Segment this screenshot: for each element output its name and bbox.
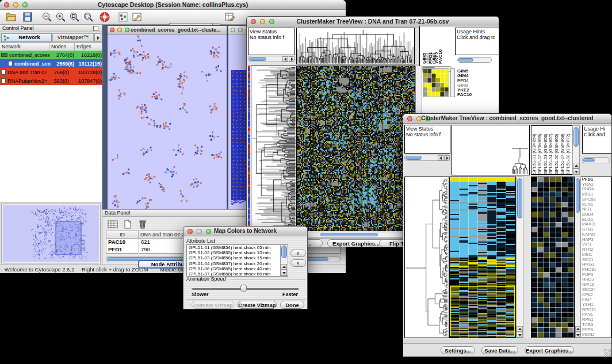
col-nodes[interactable]: Nodes [49,43,75,51]
float-panel-icon[interactable] [93,26,98,31]
tab-vizmapper[interactable]: VizMapper™ [52,33,94,42]
tv2-column-tree[interactable] [452,125,530,175]
tab-overflow-button[interactable] [94,33,101,42]
save-icon[interactable] [22,12,33,22]
tv1-heatmap[interactable] [297,66,415,231]
search-options-icon[interactable] [224,12,236,22]
zoom-fit-icon[interactable] [69,12,81,22]
attribute-item[interactable]: GPL51-03 (GSM856) heat shock 15 min [187,255,280,260]
attribute-item[interactable]: GPL51-01 (GSM854) heat shock 05 min [187,245,280,250]
tv1-hints-scroll-thumb[interactable] [458,58,473,62]
tv2-export-graphics-button[interactable]: Export Graphics... [525,346,574,354]
tv2-status-scroll-left[interactable] [438,155,443,160]
net2-close-button[interactable] [231,28,235,32]
tv2-settings-button[interactable]: Settings... [441,346,475,354]
network-edges: 16218(0) [81,52,102,58]
tv2-genes-scroll-down[interactable] [575,332,580,338]
tv2-hints-scrollbar[interactable] [582,157,610,163]
tv1-export-graphics-button[interactable]: Export Graphics... [327,239,385,247]
tv2-labels-scroll-up[interactable] [573,163,579,168]
attribute-item[interactable]: GPL51-02 (GSM855) heat shock 10 min [187,250,280,255]
tv2-genes-scroll-up[interactable] [575,326,580,332]
tv1-status-scroll-thumb[interactable] [249,57,266,61]
tv1-mini-scrollbar[interactable] [450,68,455,97]
tv2-labels-vscrollbar[interactable] [572,125,580,175]
tv2-genes-vscrollbar[interactable] [575,177,581,338]
net-zoom-button[interactable] [125,28,129,32]
tv2-hints-scroll-thumb[interactable] [583,158,595,162]
attribute-listbox[interactable]: GPL51-01 (GSM854) heat shock 05 minGPL51… [186,244,288,277]
tv1-status-scroll-right[interactable] [289,56,294,62]
tv2-zoom-heatmap[interactable] [531,177,575,338]
attribute-item[interactable]: GPL51-06 (GSM865) heat shock 40 min [187,266,280,271]
treeview1-titlebar[interactable]: ClusterMaker TreeView : DNA and Tran 07-… [247,17,499,26]
tv1-hints-scrollbar[interactable] [457,57,492,63]
zoom-out-icon[interactable] [41,12,53,22]
move-down-button[interactable]: ∨ [290,259,306,267]
tv1-row-tree[interactable] [251,66,297,231]
tv2-save-data-button[interactable]: Save Data... [481,346,518,354]
zoom-in-icon[interactable] [55,12,67,22]
tv1-view-status: View Status No status info f [248,28,295,55]
dialog-titlebar[interactable]: Map Colors to Network [183,227,307,236]
tv2-genes-scroll-thumb[interactable] [576,178,580,213]
annotation-icon[interactable] [131,12,143,22]
network-edges: 13112(15) [78,61,102,67]
net-minimize-button[interactable] [117,28,122,32]
main-titlebar[interactable]: Cytoscape Desktop (Session Name: collins… [0,0,346,10]
network-canvas[interactable] [108,35,227,209]
tv2-heatmap[interactable] [449,177,516,338]
tv2-usage-hints: Usage Hi Click and [582,125,611,154]
network-row[interactable]: RNAPuberNov2+ 563(0) 107847(0) [0,76,102,85]
network-list-empty [0,85,102,202]
tv2-heat-vscroll-thumb[interactable] [517,178,522,219]
tv1-heat-hscrollbar[interactable] [297,232,415,237]
col-network[interactable]: Network [0,43,49,51]
tv1-column-tree[interactable] [296,28,415,64]
network-name: combined_scores [9,52,56,58]
animation-slider-thumb[interactable] [240,285,247,292]
tv2-status-scrollbar[interactable] [404,155,450,161]
attribute-list-scroll-thumb[interactable] [281,246,287,258]
zoom-selected-icon[interactable] [83,12,94,22]
vizmapper-icon[interactable] [117,12,129,22]
tv2-heat-scroll-down[interactable] [517,332,523,338]
new-attribute-icon[interactable] [122,219,133,229]
animate-vizmap-button[interactable]: Animate Vizmap [192,301,234,309]
tab-network[interactable]: Network [1,33,52,42]
done-button[interactable]: Done [280,301,304,309]
help-lifesaver-icon[interactable] [99,12,110,22]
tv1-status-scroll-left[interactable] [282,56,288,62]
col-edges[interactable]: Edges [75,43,102,51]
net-close-button[interactable] [110,28,114,32]
tv2-labels-scroll-thumb[interactable] [573,127,579,147]
tv1-selection-strip [248,66,250,230]
net2-minimize-button[interactable] [238,28,243,32]
tv1-heat-hscroll-thumb[interactable] [320,233,378,236]
attr-col-id[interactable]: ID [106,231,139,238]
open-file-icon[interactable] [5,12,17,22]
treeview2-titlebar[interactable]: ClusterMaker TreeView : combined_scores_… [403,114,611,124]
move-up-button[interactable]: ∧ [290,250,306,257]
attribute-select-icon[interactable] [107,219,118,229]
attribute-list-label: Attribute List [186,238,215,244]
attribute-item[interactable]: GPL51-04 (GSM857) heat shock 20 min [187,261,280,266]
network-row[interactable]: combined_sco 2569(6) 13112(15) [0,59,102,68]
gene-label[interactable]: MON2 [582,332,611,338]
attribute-list-vscrollbar[interactable] [280,245,288,276]
birdseye-canvas[interactable] [3,205,99,262]
network-row[interactable]: DNA and Tran 07 769(0) 183728(0) [0,68,102,76]
tv2-status-scroll-thumb[interactable] [406,156,422,160]
attribute-list-scroll-down[interactable] [281,270,287,275]
create-vizmap-button[interactable]: Create Vizmap [238,301,277,309]
network-row[interactable]: combined_scores 2764(0) 16218(0) [0,51,102,59]
tv1-status-scrollbar[interactable] [248,56,295,62]
tv2-row-tree[interactable] [404,177,449,338]
tv2-labels-scroll-down[interactable] [573,168,579,174]
tv2-heat-vscrollbar[interactable] [516,177,523,338]
delete-attribute-icon[interactable] [137,219,148,229]
tv2-status-scroll-right[interactable] [444,155,450,160]
attribute-list-scroll-up[interactable] [281,264,287,270]
tv2-resize-grip[interactable] [604,349,611,356]
tv2-heat-scroll-up[interactable] [517,326,523,332]
